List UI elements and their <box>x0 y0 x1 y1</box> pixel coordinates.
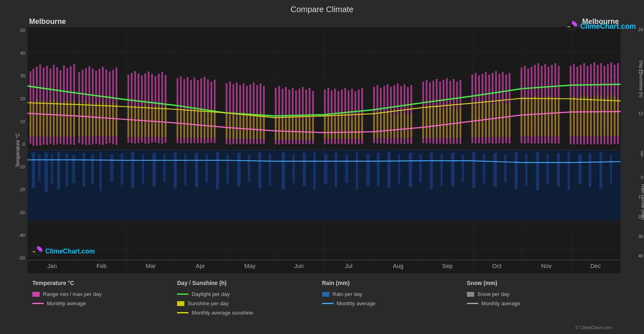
svg-rect-337 <box>446 107 448 138</box>
x-label-apr: Apr <box>196 262 205 269</box>
svg-rect-37 <box>142 154 144 183</box>
svg-rect-304 <box>309 116 310 140</box>
svg-rect-305 <box>312 119 314 140</box>
svg-point-383 <box>35 249 39 253</box>
legend-col-snow: Snow (mm) Snow per day Monthly average <box>467 280 612 330</box>
x-label-jul: Jul <box>345 262 353 269</box>
x-label-feb: Feb <box>97 262 107 269</box>
svg-rect-53 <box>313 152 315 189</box>
svg-rect-262 <box>141 106 143 137</box>
legend-title-rain: Rain (mm) <box>322 280 467 286</box>
svg-rect-276 <box>197 111 198 138</box>
svg-rect-349 <box>495 103 497 137</box>
svg-rect-41 <box>184 154 186 185</box>
legend-swatch-rain <box>322 292 329 297</box>
svg-rect-254 <box>106 103 107 136</box>
svg-rect-372 <box>590 98 592 136</box>
svg-rect-65 <box>441 154 443 186</box>
svg-rect-273 <box>187 111 188 138</box>
svg-rect-64 <box>430 152 433 189</box>
svg-rect-354 <box>521 99 522 136</box>
svg-rect-277 <box>201 109 202 138</box>
svg-rect-300 <box>295 119 297 140</box>
svg-rect-371 <box>587 97 588 136</box>
svg-rect-252 <box>99 104 100 136</box>
svg-rect-333 <box>433 107 434 138</box>
svg-rect-52 <box>303 153 306 187</box>
svg-rect-27 <box>51 154 53 185</box>
svg-rect-327 <box>403 113 405 138</box>
legend-line-daylight <box>177 294 188 295</box>
svg-rect-54 <box>324 154 327 184</box>
svg-rect-284 <box>232 113 234 139</box>
svg-rect-69 <box>483 154 485 184</box>
svg-rect-243 <box>66 100 68 136</box>
svg-rect-50 <box>282 152 285 189</box>
right-bot-y-0: 0 <box>641 175 643 180</box>
svg-rect-362 <box>548 96 549 136</box>
svg-rect-72 <box>515 152 517 189</box>
svg-rect-289 <box>249 113 251 139</box>
svg-rect-35 <box>121 153 123 185</box>
svg-rect-336 <box>443 109 444 138</box>
svg-rect-334 <box>436 105 437 138</box>
svg-rect-71 <box>504 155 507 183</box>
svg-rect-29 <box>65 153 68 186</box>
svg-rect-309 <box>334 118 336 139</box>
svg-rect-351 <box>502 103 504 137</box>
svg-rect-320 <box>380 111 382 138</box>
climechart-icon-top <box>566 21 578 32</box>
svg-rect-24 <box>32 152 35 187</box>
svg-rect-33 <box>99 152 101 191</box>
svg-rect-303 <box>305 118 307 140</box>
svg-rect-357 <box>531 98 532 136</box>
svg-rect-77 <box>568 152 570 189</box>
svg-rect-60 <box>388 152 391 188</box>
svg-rect-237 <box>46 103 48 137</box>
svg-rect-49 <box>269 154 271 185</box>
right-bot-y-40: 40 <box>638 253 643 258</box>
svg-rect-39 <box>163 155 165 182</box>
svg-rect-322 <box>387 111 389 138</box>
svg-rect-283 <box>229 115 231 139</box>
legend-title-snow: Snow (mm) <box>467 280 612 286</box>
right-bot-y-30: 30 <box>638 234 643 239</box>
svg-rect-364 <box>555 99 556 136</box>
svg-rect-350 <box>498 101 500 137</box>
y-tick-n50: -50 <box>19 255 25 260</box>
svg-rect-331 <box>426 107 427 138</box>
legend-item-rain-daily: Rain per day <box>322 291 467 297</box>
svg-rect-290 <box>253 116 254 138</box>
svg-rect-234 <box>36 100 38 136</box>
svg-rect-298 <box>288 118 290 140</box>
svg-rect-282 <box>226 113 227 139</box>
svg-rect-291 <box>256 114 258 139</box>
svg-rect-67 <box>462 155 464 182</box>
legend-item-temp-range: Range min / max per day <box>32 291 177 297</box>
watermark-bottom-left: ClimeChart.com <box>32 246 95 257</box>
svg-rect-301 <box>299 117 300 139</box>
svg-rect-293 <box>263 115 265 139</box>
svg-rect-297 <box>285 119 287 140</box>
svg-rect-267 <box>158 104 160 137</box>
climechart-icon-bottom <box>32 246 43 257</box>
svg-rect-285 <box>236 116 238 138</box>
svg-rect-246 <box>78 102 80 136</box>
y-tick-10: 10 <box>20 119 25 124</box>
y-tick-40: 40 <box>20 51 25 55</box>
right-top-y-24: 24 <box>638 27 643 32</box>
svg-rect-314 <box>351 118 353 139</box>
svg-rect-275 <box>194 108 195 138</box>
svg-rect-361 <box>544 98 546 136</box>
svg-rect-356 <box>527 99 529 136</box>
svg-rect-324 <box>393 115 395 138</box>
svg-rect-251 <box>95 102 97 136</box>
svg-rect-70 <box>494 153 497 187</box>
legend-item-daylight: Daylight per day <box>177 291 322 297</box>
svg-rect-240 <box>56 102 58 137</box>
legend-item-snow-avg: Monthly average <box>467 300 612 306</box>
svg-rect-257 <box>116 104 117 136</box>
svg-rect-367 <box>573 97 575 136</box>
legend-area: Temperature °C Range min / max per day M… <box>0 273 644 334</box>
y-tick-20: 20 <box>20 96 25 101</box>
